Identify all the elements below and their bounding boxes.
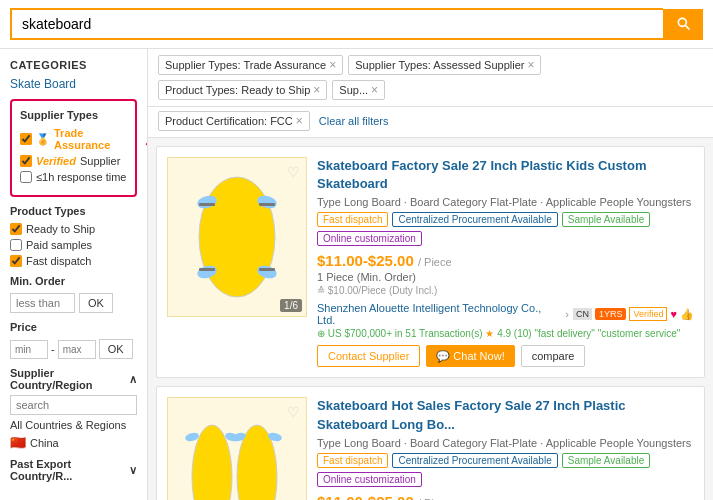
country-search-input[interactable]	[10, 395, 137, 415]
image-counter-0: 1/6	[280, 299, 302, 312]
product-title-1[interactable]: Skateboard Hot Sales Factory Sale 27 Inc…	[317, 397, 694, 433]
supplier-country-label: Supplier Country/Region	[10, 367, 129, 391]
tag-fast-dispatch-1: Fast dispatch	[317, 453, 388, 468]
tag-procurement-1: Centralized Procurement Available	[392, 453, 557, 468]
product-image-0: ♡ 1/6	[167, 157, 307, 317]
product-info-0: Skateboard Factory Sale 27 Inch Plastic …	[317, 157, 694, 367]
past-export-section[interactable]: Past Export Country/R... ∨	[10, 458, 137, 482]
price-inputs-row: - OK	[10, 339, 137, 359]
product-min-order-0: 1 Piece (Min. Order)	[317, 271, 694, 283]
cn-badge-0: CN	[573, 308, 592, 320]
chat-now-button-0[interactable]: 💬 Chat Now!	[426, 345, 514, 367]
tag-customization-1: Online customization	[317, 472, 422, 487]
product-card-0: ♡ 1/6	[156, 146, 705, 378]
price-unit-0: / Piece	[418, 256, 452, 268]
supplier-row-0: Shenzhen Alouette Intelligent Technology…	[317, 302, 694, 326]
product-price-1: $11.00-$25.00 / Piece	[317, 493, 694, 500]
verified-supplier-option[interactable]: Verified Supplier	[20, 155, 127, 167]
svg-rect-7	[199, 268, 215, 271]
price-max-input[interactable]	[58, 340, 96, 359]
tag-sample-1: Sample Available	[562, 453, 651, 468]
product-types-section: Product Types Ready to Ship Paid samples…	[10, 205, 137, 267]
filter-tag-0-close[interactable]: ×	[329, 58, 336, 72]
heart-badge-0: ♥	[670, 308, 677, 320]
product-subtitle-0: Type Long Board · Board Category Flat-Pl…	[317, 196, 694, 208]
response-time-label: ≤1h response time	[36, 171, 126, 183]
fast-dispatch-checkbox[interactable]	[10, 255, 22, 267]
trade-assurance-checkbox[interactable]	[20, 133, 32, 145]
filter-tag-1-close[interactable]: ×	[527, 58, 534, 72]
verified-label: Verified	[36, 155, 76, 167]
product-subtitle-1: Type Long Board · Board Category Flat-Pl…	[317, 437, 694, 449]
svg-rect-5	[199, 203, 215, 206]
min-order-input[interactable]	[10, 293, 75, 313]
product-image-1: ♡ 1/6	[167, 397, 307, 500]
filter-tag-4-close[interactable]: ×	[296, 114, 303, 128]
search-button[interactable]	[663, 9, 703, 40]
all-countries-label: All Countries & Regions	[10, 419, 137, 431]
wishlist-icon-1[interactable]: ♡	[287, 404, 300, 420]
sidebar: CATEGORIES Skate Board Supplier Types 🏅 …	[0, 49, 148, 500]
price-section: Price - OK	[10, 321, 137, 359]
search-input[interactable]	[10, 8, 663, 40]
country-china-item[interactable]: 🇨🇳 China	[10, 435, 137, 450]
contact-supplier-button-0[interactable]: Contact Supplier	[317, 345, 420, 367]
supplier-name-0[interactable]: Shenzhen Alouette Intelligent Technology…	[317, 302, 561, 326]
top-bar	[0, 0, 713, 49]
past-export-label: Past Export Country/R...	[10, 458, 129, 482]
filter-tag-3: Sup... ×	[332, 80, 385, 100]
content-area: Supplier Types: Trade Assurance × Suppli…	[148, 49, 713, 500]
paid-samples-option[interactable]: Paid samples	[10, 239, 137, 251]
filter-tag-2-close[interactable]: ×	[313, 83, 320, 97]
tag-fast-dispatch-0: Fast dispatch	[317, 212, 388, 227]
supplier-country-section: Supplier Country/Region ∧ All Countries …	[10, 367, 137, 450]
ready-to-ship-checkbox[interactable]	[10, 223, 22, 235]
product-duty-0: ≙ $10.00/Piece (Duty Incl.)	[317, 285, 694, 296]
china-label: China	[30, 437, 59, 449]
filter-tag-2: Product Types: Ready to Ship ×	[158, 80, 327, 100]
min-order-ok-button[interactable]: OK	[79, 293, 113, 313]
price-title: Price	[10, 321, 137, 333]
price-ok-button[interactable]: OK	[99, 339, 133, 359]
ready-to-ship-option[interactable]: Ready to Ship	[10, 223, 137, 235]
svg-rect-8	[259, 268, 275, 271]
product-info-1: Skateboard Hot Sales Factory Sale 27 Inc…	[317, 397, 694, 500]
transaction-icon-0: ⊕	[317, 328, 325, 339]
supplier-types-title: Supplier Types	[20, 109, 127, 121]
filter-tag-2-label: Product Types: Ready to Ship	[165, 84, 310, 96]
price-dash: -	[51, 343, 55, 355]
paid-samples-checkbox[interactable]	[10, 239, 22, 251]
categories-title: CATEGORIES	[10, 59, 137, 71]
price-min-input[interactable]	[10, 340, 48, 359]
filter-tag-1-label: Supplier Types: Assessed Supplier	[355, 59, 524, 71]
fast-dispatch-option[interactable]: Fast dispatch	[10, 255, 137, 267]
trade-assurance-label: Trade Assurance	[54, 127, 127, 151]
trade-assurance-emoji: 🏅	[36, 133, 50, 146]
svg-point-0	[199, 177, 275, 297]
compare-button-0[interactable]: compare	[521, 345, 586, 367]
supplier-badges-0: CN 1YRS Verified ♥ 👍	[573, 307, 694, 321]
ready-to-ship-label: Ready to Ship	[26, 223, 95, 235]
chat-icon-0: 💬	[436, 350, 450, 363]
verified-supplier-checkbox[interactable]	[20, 155, 32, 167]
product-card-1: ♡ 1/6	[156, 386, 705, 500]
product-types-title: Product Types	[10, 205, 137, 217]
clear-all-link[interactable]: Clear all filters	[319, 115, 389, 127]
supplier-country-title[interactable]: Supplier Country/Region ∧	[10, 367, 137, 391]
product-list: ♡ 1/6	[148, 138, 713, 500]
rating-0: ★ 4.9	[485, 328, 511, 339]
trade-assurance-option[interactable]: 🏅 Trade Assurance	[20, 127, 127, 151]
product-title-0[interactable]: Skateboard Factory Sale 27 Inch Plastic …	[317, 157, 694, 193]
min-order-title: Min. Order	[10, 275, 137, 287]
thumb-badge-0: 👍	[680, 308, 694, 321]
wishlist-icon-0[interactable]: ♡	[287, 164, 300, 180]
filter-tag-3-close[interactable]: ×	[371, 83, 378, 97]
action-btns-0: Contact Supplier 💬 Chat Now! compare	[317, 345, 694, 367]
response-time-checkbox[interactable]	[20, 171, 32, 183]
supplier-country-chevron: ∧	[129, 373, 137, 386]
product-title-text-0: Skateboard Factory Sale 27 Inch Plastic …	[317, 158, 646, 191]
filter-tag-3-label: Sup...	[339, 84, 368, 96]
response-time-option[interactable]: ≤1h response time	[20, 171, 127, 183]
filter-tag-1: Supplier Types: Assessed Supplier ×	[348, 55, 541, 75]
sidebar-item-skateboard[interactable]: Skate Board	[10, 77, 137, 91]
